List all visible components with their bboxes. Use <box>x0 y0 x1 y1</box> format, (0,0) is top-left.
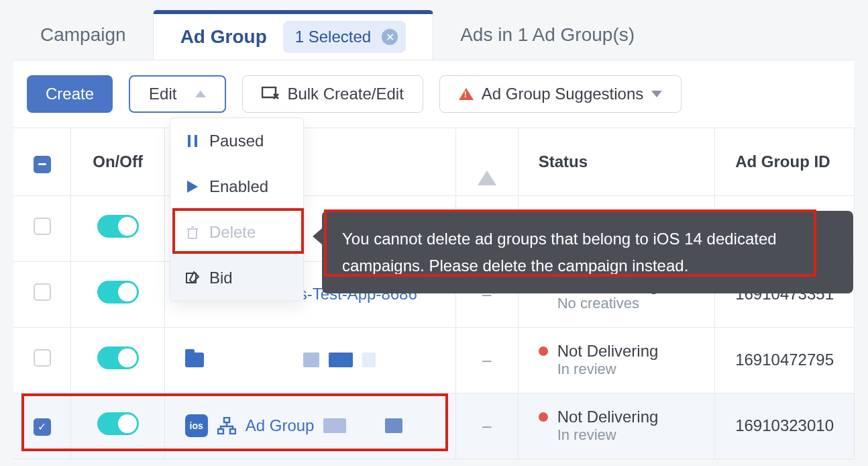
selected-chip-label: 1 Selected <box>295 28 371 46</box>
checkbox-indeterminate-icon[interactable] <box>34 156 51 173</box>
chevron-down-icon <box>651 91 662 97</box>
header-adgroupid: Ad Group ID <box>715 128 855 195</box>
adgroup-name-link[interactable]: Ad Group <box>246 416 315 435</box>
svg-rect-4 <box>188 135 191 147</box>
tab-adgroup-label: Ad Group <box>180 26 267 48</box>
warning-triangle-icon <box>478 152 496 185</box>
menu-item-delete: Delete <box>170 209 303 255</box>
table-row: ✓ ios Ad Group – <box>13 393 855 459</box>
status-main: Not Delivering <box>557 342 659 361</box>
tab-ads[interactable]: Ads in 1 Ad Group(s) <box>433 10 661 60</box>
table-row: – Not Delivering In review 16910472795 <box>13 327 855 393</box>
redacted-icon <box>329 353 353 367</box>
header-onoff: On/Off <box>71 128 164 195</box>
adgroup-id: 16910472795 <box>715 327 855 393</box>
status-dot-icon <box>539 412 548 422</box>
trash-icon <box>185 226 200 239</box>
suggestions-label: Ad Group Suggestions <box>482 85 644 103</box>
status-sub: In review <box>557 361 695 378</box>
folder-icon <box>185 353 204 367</box>
svg-rect-2 <box>218 429 223 434</box>
status-dot-icon <box>539 346 548 356</box>
row-toggle[interactable] <box>97 281 139 304</box>
svg-rect-3 <box>230 429 235 434</box>
tab-adgroup[interactable]: Ad Group 1 Selected ✕ <box>153 10 434 60</box>
redacted-icon <box>323 418 346 433</box>
menu-label: Paused <box>209 132 264 150</box>
status-sub: In review <box>557 426 695 444</box>
adgroup-id: 16910323010 <box>715 393 855 459</box>
svg-rect-0 <box>262 87 276 97</box>
toolbar: Create Edit Bulk Create/Edit Ad Group Su… <box>13 60 855 128</box>
create-button[interactable]: Create <box>27 75 113 113</box>
ios-badge-icon: ios <box>185 414 208 437</box>
edit-dropdown-menu: Paused Enabled Delete Bid <box>170 118 304 301</box>
bulk-create-edit-button[interactable]: Bulk Create/Edit <box>242 75 423 113</box>
menu-item-paused[interactable]: Paused <box>170 118 303 164</box>
warn-dash: – <box>482 416 491 434</box>
status-main: Not Delivering <box>557 408 659 426</box>
row-checkbox[interactable] <box>34 283 51 301</box>
edit-icon <box>185 271 200 285</box>
menu-item-bid[interactable]: Bid <box>170 255 303 301</box>
menu-label: Bid <box>209 269 233 287</box>
adgroup-table: On/Off Status Ad Group ID s-Test-App-868… <box>13 128 855 459</box>
chevron-up-icon <box>195 91 206 97</box>
redacted-icon <box>385 418 402 433</box>
pause-icon <box>185 135 200 147</box>
edit-dropdown-button[interactable]: Edit <box>129 75 226 113</box>
row-checkbox[interactable] <box>34 218 51 235</box>
redacted-icon <box>362 353 376 367</box>
redacted-icon <box>303 353 319 367</box>
warn-dash: – <box>482 351 491 369</box>
svg-marker-6 <box>187 181 198 193</box>
status-sub: No creatives <box>557 295 695 312</box>
bulk-icon <box>262 87 279 101</box>
menu-item-enabled[interactable]: Enabled <box>170 164 303 209</box>
warning-icon <box>459 88 474 100</box>
tab-campaign[interactable]: Campaign <box>13 10 153 60</box>
menu-label: Enabled <box>209 177 268 196</box>
header-warning <box>455 128 518 195</box>
adgroup-suggestions-button[interactable]: Ad Group Suggestions <box>439 75 682 113</box>
row-toggle[interactable] <box>97 215 139 238</box>
svg-rect-1 <box>224 418 229 422</box>
row-checkbox[interactable]: ✓ <box>34 418 51 436</box>
row-toggle[interactable] <box>97 412 139 435</box>
header-status: Status <box>518 128 715 195</box>
play-icon <box>185 181 200 193</box>
bulk-label: Bulk Create/Edit <box>287 85 403 103</box>
row-checkbox[interactable] <box>34 349 51 367</box>
svg-rect-7 <box>188 229 197 238</box>
header-select[interactable] <box>13 128 71 195</box>
row-toggle[interactable] <box>97 346 139 369</box>
edit-label: Edit <box>149 85 176 103</box>
svg-rect-5 <box>195 135 197 147</box>
tabstrip: Campaign Ad Group 1 Selected ✕ Ads in 1 … <box>13 0 855 60</box>
hierarchy-icon <box>217 417 236 434</box>
menu-label: Delete <box>209 223 256 242</box>
delete-disabled-tooltip: You cannot delete ad groups that belong … <box>322 211 853 293</box>
close-icon[interactable]: ✕ <box>382 29 398 45</box>
selected-chip[interactable]: 1 Selected ✕ <box>283 21 406 53</box>
